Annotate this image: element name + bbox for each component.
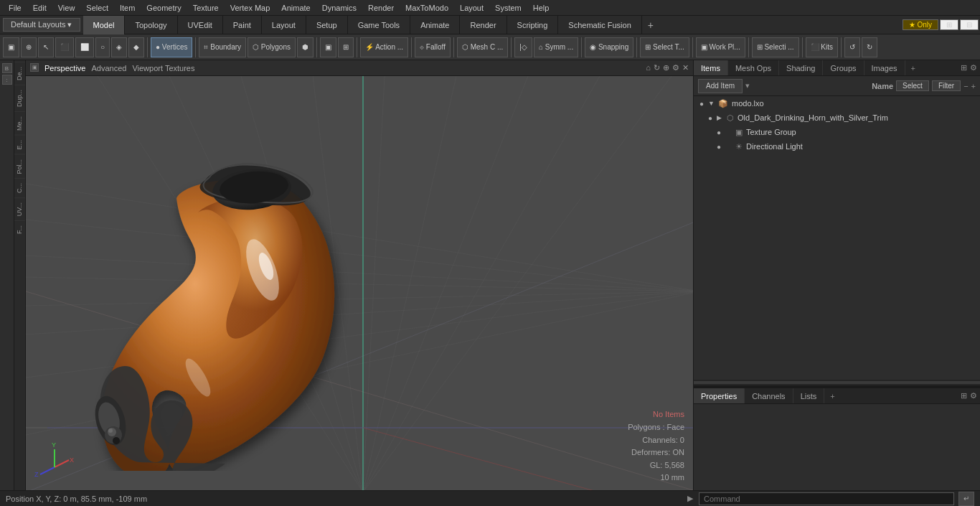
tool-diamond[interactable]: ◆: [128, 37, 144, 57]
panel-settings-icon[interactable]: ⚙: [970, 63, 977, 72]
command-arrow[interactable]: ▶: [687, 494, 693, 503]
prop-tab-add[interactable]: +: [824, 388, 840, 403]
star-only-button[interactable]: ★ Only: [903, 19, 938, 30]
vp-tab-advanced[interactable]: Advanced: [91, 64, 126, 72]
vp-close-icon[interactable]: ✕: [682, 63, 689, 72]
add-item-button[interactable]: Add Item: [698, 79, 743, 93]
vp-settings-icon[interactable]: ⚙: [672, 63, 679, 72]
panel-tab-add[interactable]: +: [905, 60, 921, 75]
item-eye-1[interactable]: ●: [697, 98, 707, 108]
item-eye-2[interactable]: ●: [705, 113, 715, 123]
tab-schematic-fusion[interactable]: Schematic Fusion: [558, 16, 641, 34]
tool-square2[interactable]: ▣: [320, 37, 336, 57]
tool-selecttype[interactable]: ⊞ Select T...: [640, 37, 689, 57]
prop-tab-channels[interactable]: Channels: [745, 388, 793, 403]
tool-snapping[interactable]: ◉ Snapping: [585, 37, 633, 57]
tool-polygons[interactable]: ⬡ Polygons: [248, 37, 296, 57]
item-expand-2[interactable]: ▶: [717, 114, 725, 121]
command-input[interactable]: [699, 492, 954, 505]
vp-tab-perspective[interactable]: Perspective: [44, 64, 85, 72]
tab-paint[interactable]: Paint: [223, 16, 262, 34]
tool-mirror[interactable]: |◇: [514, 37, 532, 57]
tool-meshclip[interactable]: ⬡ Mesh C ...: [457, 37, 508, 57]
menu-vertex-map[interactable]: Vertex Map: [225, 2, 276, 14]
menu-help[interactable]: Help: [527, 2, 555, 14]
item-row-modo-lxo[interactable]: ● ▼ 📦 modo.lxo: [694, 96, 980, 111]
item-row-light[interactable]: ● ☀ Directional Light: [694, 139, 980, 154]
tool-falloff[interactable]: ⟐ Falloff: [415, 37, 451, 57]
panel-tab-mesh-ops[interactable]: Mesh Ops: [728, 60, 779, 75]
prop-expand-icon[interactable]: ⊞: [961, 391, 967, 400]
command-enter-button[interactable]: ↵: [958, 492, 974, 506]
minus-button[interactable]: −: [963, 82, 968, 90]
panel-expand-icon[interactable]: ⊞: [961, 63, 967, 72]
items-scrollbar-h[interactable]: [694, 380, 980, 385]
vtab-me[interactable]: Me...: [14, 111, 25, 135]
tool-vertices[interactable]: ● Vertices: [151, 37, 192, 57]
menu-system[interactable]: System: [489, 2, 527, 14]
menu-layout[interactable]: Layout: [454, 2, 489, 14]
tab-animate[interactable]: Animate: [410, 16, 460, 34]
tool-poly2[interactable]: ◈: [111, 37, 127, 57]
vp-tab-viewport-textures[interactable]: Viewport Textures: [132, 64, 194, 72]
menu-edit[interactable]: Edit: [27, 2, 52, 14]
tool-origin[interactable]: ⊕: [21, 37, 37, 57]
tool-circle[interactable]: ○: [95, 37, 110, 57]
panel-tab-groups[interactable]: Groups: [823, 60, 864, 75]
menu-dynamics[interactable]: Dynamics: [316, 2, 362, 14]
vtab-pol[interactable]: Pol...: [14, 154, 25, 179]
tab-game-tools[interactable]: Game Tools: [348, 16, 411, 34]
item-eye-3[interactable]: ●: [714, 127, 724, 137]
items-list[interactable]: ● ▼ 📦 modo.lxo ● ▶ ⬡ Old_Dark_Drinking_H…: [694, 96, 980, 380]
tool-action[interactable]: ⚡ Action ...: [360, 37, 408, 57]
menu-geometry[interactable]: Geometry: [141, 2, 187, 14]
vtab-de[interactable]: De...: [14, 62, 25, 85]
menu-render[interactable]: Render: [362, 2, 400, 14]
prop-tab-properties[interactable]: Properties: [694, 388, 745, 403]
panel-tab-images[interactable]: Images: [864, 60, 905, 75]
menu-maxtomodo[interactable]: MaxToModo: [400, 2, 454, 14]
tab-model[interactable]: Model: [83, 16, 126, 34]
tool-undo[interactable]: ↺: [844, 37, 860, 57]
item-row-texture[interactable]: ● ▣ Texture Group: [694, 125, 980, 139]
vp-zoom-icon[interactable]: ⊕: [663, 63, 669, 72]
filter-button[interactable]: Filter: [932, 80, 961, 91]
tool-kits[interactable]: ⬛ Kits: [806, 37, 838, 57]
tab-render[interactable]: Render: [460, 16, 507, 34]
tab-topology[interactable]: Topology: [125, 16, 177, 34]
tool-hex[interactable]: ⬢: [297, 37, 314, 57]
menu-texture[interactable]: Texture: [187, 2, 225, 14]
menu-item[interactable]: Item: [114, 2, 141, 14]
menu-animate[interactable]: Animate: [275, 2, 316, 14]
menu-view[interactable]: View: [52, 2, 81, 14]
viewport[interactable]: ▣ Perspective Advanced Viewport Textures…: [26, 60, 693, 490]
add-tab-button[interactable]: +: [642, 18, 659, 32]
tool-selection[interactable]: ⊞ Selecti ...: [752, 37, 799, 57]
vtab-uv[interactable]: UV...: [14, 197, 25, 220]
vtab-f[interactable]: F...: [14, 220, 25, 238]
vp-home-icon[interactable]: ⌂: [646, 63, 651, 72]
menu-file[interactable]: File: [3, 2, 27, 14]
vtab-dup[interactable]: Dup...: [14, 85, 25, 111]
item-eye-4[interactable]: ●: [714, 141, 724, 151]
tool-grid[interactable]: ⊞: [338, 37, 354, 57]
vp-rotate-icon[interactable]: ↻: [654, 63, 660, 72]
menu-select[interactable]: Select: [80, 2, 114, 14]
tool-workplane[interactable]: ▣ Work Pl...: [696, 37, 745, 57]
prop-tab-lists[interactable]: Lists: [793, 388, 825, 403]
settings-button[interactable]: ⊟: [960, 19, 979, 30]
plus-button[interactable]: +: [971, 82, 976, 90]
panel-tab-items[interactable]: Items: [694, 60, 728, 75]
item-row-horn[interactable]: ● ▶ ⬡ Old_Dark_Drinking_Horn_with_Silver…: [694, 111, 980, 125]
tool-arrow[interactable]: ↖: [38, 37, 54, 57]
expand-button[interactable]: ⊞: [940, 19, 958, 30]
add-item-dropdown[interactable]: ▾: [745, 81, 750, 90]
panel-tab-shading[interactable]: Shading: [779, 60, 823, 75]
item-expand-1[interactable]: ▼: [708, 100, 717, 107]
vtab-e[interactable]: E...: [14, 135, 25, 154]
prop-settings-icon[interactable]: ⚙: [970, 391, 977, 400]
vtab-c[interactable]: C...: [14, 178, 25, 197]
tool-generic1[interactable]: ▣: [3, 37, 19, 57]
tab-scripting[interactable]: Scripting: [507, 16, 559, 34]
viewport-canvas[interactable]: No Items Polygons : Face Channels: 0 Def…: [26, 76, 693, 490]
